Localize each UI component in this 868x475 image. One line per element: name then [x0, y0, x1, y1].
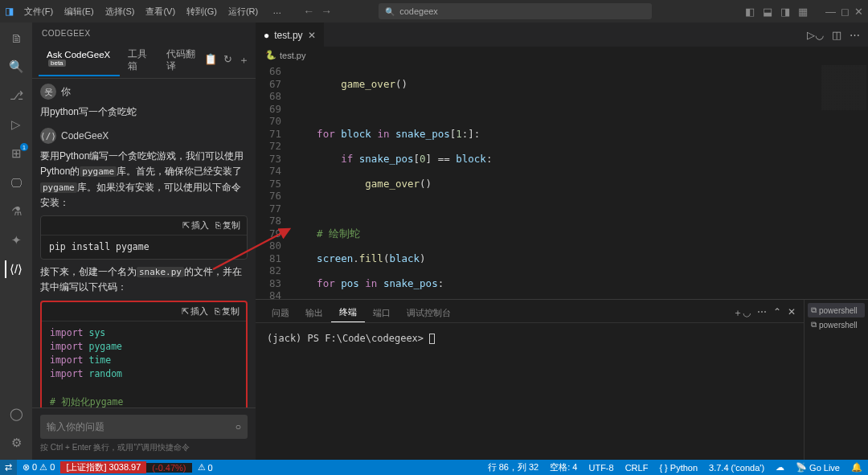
activity-bar: 🗎 🔍 ⎇ ▷ ⊞1 🖵 ⚗ ✦ ⟨/⟩ ◯ ⚙: [0, 23, 32, 460]
panel-tab-output[interactable]: 输出: [297, 304, 331, 322]
terminal-new-icon[interactable]: ＋◡: [733, 306, 751, 320]
menu-edit[interactable]: 编辑(E): [59, 6, 100, 18]
layout-custom-icon[interactable]: ▦: [798, 6, 808, 18]
sidebar-tabs: Ask CodeGeeX beta 工具箱 代码翻译 📋 ↻ ＋: [32, 43, 256, 79]
layout-right-icon[interactable]: ◨: [780, 6, 790, 18]
terminal[interactable]: (jack) PS F:\Code\codegeex>: [256, 323, 804, 354]
shell-item[interactable]: ⧉powershell: [808, 303, 865, 317]
title-bar: ◨ 文件(F) 编辑(E) 选择(S) 查看(V) 转到(G) 运行(R) … …: [0, 0, 868, 23]
modified-dot-icon: ●: [264, 30, 269, 41]
menu-select[interactable]: 选择(S): [100, 6, 141, 18]
stock-ticker[interactable]: [上证指数] 3038.97: [60, 461, 146, 473]
cloud-icon[interactable]: ☁: [770, 461, 790, 473]
breadcrumb[interactable]: 🐍 test.py: [256, 47, 868, 63]
minimap[interactable]: [820, 63, 868, 299]
split-icon[interactable]: ◫: [832, 29, 841, 41]
go-live[interactable]: 📡 Go Live: [790, 461, 845, 473]
codegeex-icon[interactable]: ⟨/⟩: [5, 260, 24, 278]
terminal-close-icon[interactable]: ✕: [788, 306, 796, 320]
nav-fwd-icon[interactable]: →: [321, 5, 332, 18]
menu-bar: 文件(F) 编辑(E) 选择(S) 查看(V) 转到(G) 运行(R) …: [18, 6, 287, 18]
sidebar-title: CODEGEEX: [32, 23, 256, 43]
bot-label: CodeGeeX: [61, 130, 108, 141]
powershell-icon: ⧉: [811, 305, 817, 315]
extensions-icon[interactable]: ⊞1: [7, 145, 25, 162]
bot-avatar-icon: ⟨/⟩: [40, 128, 56, 144]
maximize-icon[interactable]: ◻: [841, 6, 850, 18]
tab-label: test.py: [274, 30, 302, 41]
close-icon[interactable]: ✕: [854, 6, 863, 18]
menu-goto[interactable]: 转到(G): [181, 6, 223, 18]
insert-button[interactable]: ⇱ 插入: [182, 305, 208, 317]
new-chat-icon[interactable]: ＋: [239, 53, 249, 68]
debug-icon[interactable]: ▷: [7, 116, 25, 133]
code-body-2[interactable]: import sys import pygame import time imp…: [42, 321, 246, 407]
run-icon[interactable]: ▷◡: [807, 29, 824, 41]
copy-button[interactable]: ⎘ 复制: [215, 305, 240, 317]
chat-input-area: 输入你的问题 ○ 按 Ctrl + Enter 换行，或用"/"调用快捷命令: [32, 407, 256, 460]
more-icon[interactable]: ⋯: [850, 29, 860, 41]
status-zero[interactable]: ⚠ 0: [192, 462, 219, 473]
python-version[interactable]: 3.7.4 ('conda'): [703, 461, 770, 473]
title-right: ◧ ⬓ ◨ ▦ — ◻ ✕: [745, 6, 863, 18]
terminal-more-icon[interactable]: ⋯: [757, 306, 767, 320]
search-sidebar-icon[interactable]: 🔍: [7, 58, 25, 76]
code-block-2: ⇱ 插入 ⎘ 复制 import sys import pygame impor…: [40, 301, 248, 407]
chat-input[interactable]: 输入你的问题 ○: [40, 415, 248, 439]
cursor-position[interactable]: 行 86，列 32: [482, 461, 545, 473]
tab-ask[interactable]: Ask CodeGeeX beta: [39, 44, 120, 76]
status-bar: ⇄ ⊗ 0 ⚠ 0 [上证指数] 3038.97 (-0.47%) ⚠ 0 行 …: [0, 460, 868, 475]
terminal-max-icon[interactable]: ⌃: [773, 306, 781, 320]
shell-item[interactable]: ⧉powershell: [808, 317, 865, 332]
insert-button[interactable]: ⇱ 插入: [182, 219, 209, 231]
panel-tabs: 问题 输出 终端 端口 调试控制台 ＋◡ ⋯ ⌃ ✕: [256, 300, 804, 323]
cursor-icon: [429, 334, 435, 344]
language-mode[interactable]: { } Python: [653, 461, 703, 473]
settings-icon[interactable]: ⚙: [7, 434, 25, 452]
refresh-icon[interactable]: ↻: [223, 53, 232, 68]
clipboard-icon[interactable]: 📋: [204, 53, 217, 68]
indent-status[interactable]: 空格: 4: [544, 461, 583, 473]
nav-controls: ← →: [303, 5, 332, 18]
remote-button[interactable]: ⇄: [0, 460, 17, 475]
stock-pct: (-0.47%): [146, 463, 191, 473]
badge: 1: [20, 143, 28, 151]
layout-left-icon[interactable]: ◧: [745, 6, 755, 18]
remote-status-icon: ⇄: [5, 462, 12, 473]
test-icon[interactable]: ⚗: [7, 203, 25, 220]
bell-icon[interactable]: 🔔: [845, 461, 868, 473]
panel-tab-debug[interactable]: 调试控制台: [399, 304, 459, 322]
chat-mic-icon[interactable]: ○: [235, 421, 241, 432]
tab-bar: ● test.py ✕ ▷◡ ◫ ⋯: [256, 23, 868, 47]
svg-line-0: [213, 229, 289, 269]
layout-bottom-icon[interactable]: ⬓: [763, 6, 772, 18]
panel-tab-problems[interactable]: 问题: [264, 304, 297, 322]
menu-view[interactable]: 查看(V): [140, 6, 181, 18]
error-count[interactable]: ⊗ 0 ⚠ 0: [17, 462, 60, 473]
minimize-icon[interactable]: —: [825, 6, 836, 18]
eol[interactable]: CRLF: [620, 461, 654, 473]
panel-tab-terminal[interactable]: 终端: [331, 303, 365, 322]
user-text: 用python写一个贪吃蛇: [40, 104, 248, 120]
menu-run[interactable]: 运行(R): [223, 6, 264, 18]
account-icon[interactable]: ◯: [7, 405, 25, 423]
encoding[interactable]: UTF-8: [583, 461, 619, 473]
scm-icon[interactable]: ⎇: [7, 87, 25, 104]
tab-close-icon[interactable]: ✕: [308, 30, 316, 41]
remote-icon[interactable]: 🖵: [7, 174, 25, 191]
panel-tab-ports[interactable]: 端口: [365, 304, 399, 322]
tab-toolbox[interactable]: 工具箱: [120, 43, 158, 78]
editor-tab[interactable]: ● test.py ✕: [256, 23, 324, 47]
user-label: 你: [61, 85, 71, 99]
terminal-prompt: (jack) PS F:\Code\codegeex>: [267, 333, 424, 344]
ext2-icon[interactable]: ✦: [7, 231, 25, 249]
tab-translate[interactable]: 代码翻译: [158, 43, 204, 78]
command-center[interactable]: 🔍 codegeex: [379, 3, 652, 19]
nav-back-icon[interactable]: ←: [303, 5, 314, 18]
menu-file[interactable]: 文件(F): [18, 6, 59, 18]
code-editor[interactable]: 6667686970717273747576777879808182838485…: [256, 63, 868, 299]
explorer-icon[interactable]: 🗎: [7, 29, 25, 47]
code-content[interactable]: game_over() for block in snake_pos[1:]: …: [293, 63, 820, 299]
red-arrow-annotation: [209, 225, 297, 273]
menu-more[interactable]: …: [267, 6, 287, 18]
